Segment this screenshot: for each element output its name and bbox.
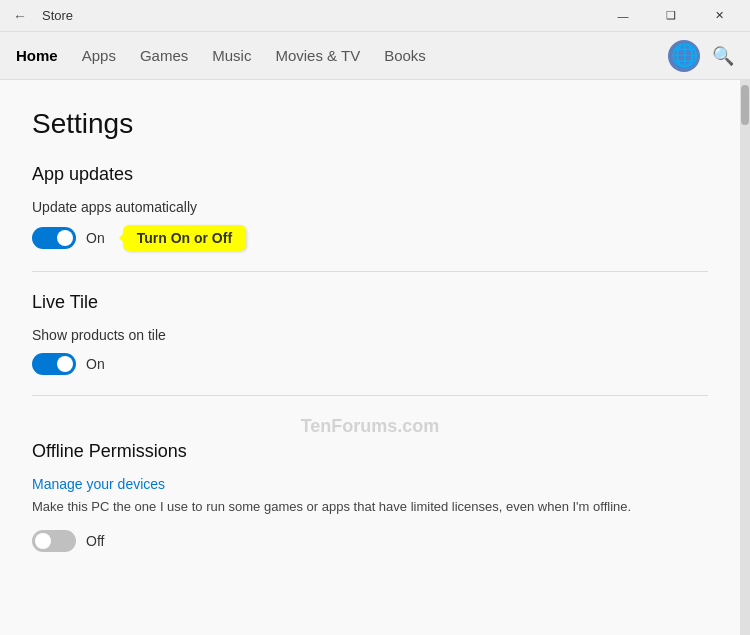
section-heading-offline: Offline Permissions [32, 441, 708, 462]
show-products-toggle-text: On [86, 356, 105, 372]
show-products-row: On [32, 353, 708, 375]
window-controls: — ❑ ✕ [600, 0, 742, 32]
update-apps-row: On Turn On or Off [32, 225, 708, 251]
scrollbar-thumb[interactable] [741, 85, 749, 125]
manage-devices-link[interactable]: Manage your devices [32, 476, 708, 492]
user-avatar[interactable]: 🌐 [668, 40, 700, 72]
offline-toggle[interactable] [32, 530, 76, 552]
tooltip-callout: Turn On or Off [123, 225, 246, 251]
minimize-button[interactable]: — [600, 0, 646, 32]
nav-item-movies-tv[interactable]: Movies & TV [275, 43, 360, 68]
settings-content: Settings App updates Update apps automat… [0, 80, 740, 635]
nav-item-music[interactable]: Music [212, 43, 251, 68]
close-button[interactable]: ✕ [696, 0, 742, 32]
divider-2 [32, 395, 708, 396]
offline-description: Make this PC the one I use to run some g… [32, 498, 708, 516]
nav-item-books[interactable]: Books [384, 43, 426, 68]
offline-toggle-text: Off [86, 533, 104, 549]
page-wrapper: Settings App updates Update apps automat… [0, 80, 750, 635]
show-products-toggle[interactable] [32, 353, 76, 375]
window-title: Store [42, 8, 600, 23]
section-heading-app-updates: App updates [32, 164, 708, 185]
titlebar: ← Store — ❑ ✕ [0, 0, 750, 32]
search-icon[interactable]: 🔍 [712, 45, 734, 67]
maximize-button[interactable]: ❑ [648, 0, 694, 32]
toggle-knob [57, 230, 73, 246]
nav-item-home[interactable]: Home [16, 43, 58, 68]
navbar: Home Apps Games Music Movies & TV Books … [0, 32, 750, 80]
update-apps-label: Update apps automatically [32, 199, 708, 215]
section-heading-live-tile: Live Tile [32, 292, 708, 313]
toggle-knob-2 [57, 356, 73, 372]
page-title: Settings [32, 108, 708, 140]
show-products-label: Show products on tile [32, 327, 708, 343]
back-button[interactable]: ← [8, 6, 32, 26]
watermark: TenForums.com [32, 416, 708, 437]
divider-1 [32, 271, 708, 272]
nav-right: 🌐 🔍 [668, 40, 734, 72]
nav-item-games[interactable]: Games [140, 43, 188, 68]
scrollbar[interactable] [740, 80, 750, 635]
update-apps-toggle[interactable] [32, 227, 76, 249]
globe-icon: 🌐 [671, 45, 698, 67]
nav-item-apps[interactable]: Apps [82, 43, 116, 68]
update-apps-toggle-text: On [86, 230, 105, 246]
offline-toggle-row: Off [32, 530, 708, 552]
toggle-knob-3 [35, 533, 51, 549]
